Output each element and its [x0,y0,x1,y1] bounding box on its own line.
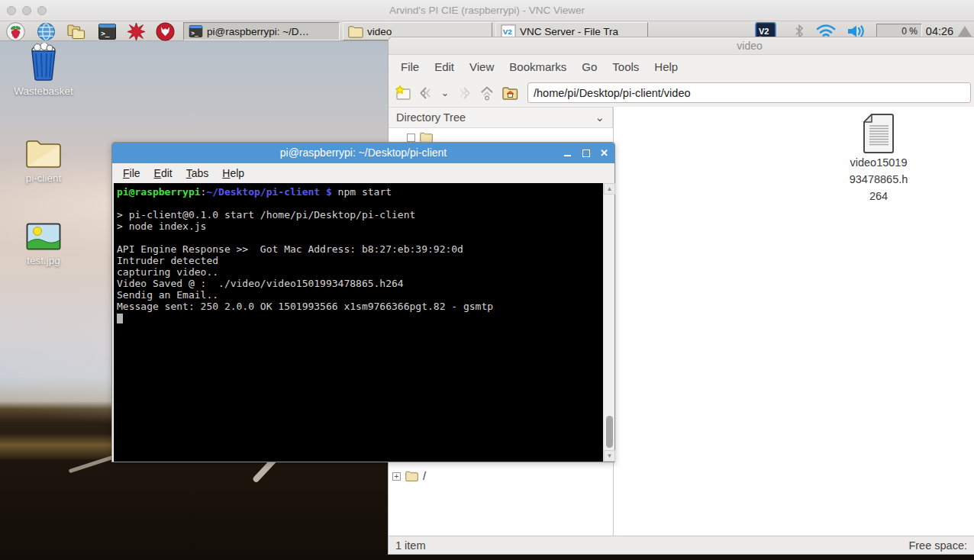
wastebasket-icon [26,43,61,81]
side-pane-header-label: Directory Tree [396,111,466,124]
prompt-command: npm start [338,186,392,198]
terminal-line: Message sent: 250 2.0.0 OK 1501993566 x1… [117,301,601,312]
menu-help[interactable]: Help [215,167,251,179]
terminal-menubar: File Edit Tabs Help [112,163,614,183]
menu-file[interactable]: File [393,60,427,73]
terminal-line: API Engine Response >> Got Mac Address: … [117,243,601,255]
forward-icon [454,83,474,103]
svg-text:V2: V2 [759,27,769,36]
menu-bookmarks[interactable]: Bookmarks [502,60,574,73]
terminal-line: Sendig an Email.. [117,289,601,301]
menu-tabs[interactable]: Tabs [179,167,216,179]
image-icon [26,223,61,250]
terminal-line [117,232,601,243]
macos-titlebar: Arvind's PI CIE (raspberrypi) - VNC View… [0,0,974,21]
file-manager-menubar: File Edit View Bookmarks Go Tools Help [389,55,974,79]
terminal-line: > pi-client@0.1.0 start /home/pi/Desktop… [117,209,601,220]
file-name-line: 264 [840,188,917,204]
task-label: pi@raspberrypi: ~/D… [207,26,309,37]
maximize-icon[interactable] [582,149,590,157]
task-label: VNC Server - File Tra [520,26,618,37]
prompt-dollar: $ [320,186,337,198]
terminal-screen[interactable]: pi@raspberrypi:~/Desktop/pi-client $ npm… [114,183,603,462]
web-browser-icon[interactable] [34,22,58,40]
file-manager-titlebar[interactable]: video [389,37,974,55]
tree-item-label: / [423,470,426,482]
terminal-line: > node index.js [117,220,601,232]
svg-text:>_: >_ [101,28,110,37]
file-manager-icon[interactable] [64,22,89,40]
close-icon[interactable]: ✕ [600,149,608,157]
file-manager-title: video [737,37,762,55]
free-space-label: Free space: [908,539,967,552]
wolfram-icon[interactable] [153,22,177,40]
terminal-launcher-icon[interactable]: >_ [95,22,119,40]
side-pane-mode-select[interactable]: Directory Tree ⌄ [389,107,613,128]
home-icon[interactable] [500,83,520,103]
clock-label: 04:26 [926,25,953,37]
scroll-down-icon[interactable]: ▼ [604,450,615,462]
menu-edit[interactable]: Edit [427,60,462,73]
file-name-line: 93478865.h [840,171,917,188]
item-count: 1 item [395,539,426,552]
terminal-window: pi@raspberrypi: ~/Desktop/pi-client ✕ Fi… [111,142,615,462]
terminal-scrollbar[interactable]: ▲ ▼ [603,183,614,462]
file-list-pane: video15019 93478865.h 264 [614,107,974,536]
mathematica-icon[interactable] [124,22,148,40]
tree-item-root[interactable]: + / [392,470,426,482]
scroll-up-icon[interactable]: ▲ [604,183,615,195]
terminal-line: capturing video.. [117,266,601,278]
desktop-icon-label: test.jpg [0,255,87,266]
folder-icon [405,471,418,481]
file-item-video[interactable]: video15019 93478865.h 264 [840,113,917,204]
folder-icon [420,132,433,143]
terminal-line: Intruder detected [117,255,601,266]
file-manager-statusbar: 1 item Free space: [389,536,974,554]
menu-tools[interactable]: Tools [605,60,647,73]
task-label: video [367,26,392,37]
prompt-user: pi@raspberrypi [117,186,201,198]
menu-file[interactable]: File [116,167,147,179]
terminal-task-icon: >_ [189,24,203,38]
folder-icon [25,139,62,168]
svg-text:V2: V2 [503,27,513,36]
vnc-viewer-title: Arvind's PI CIE (raspberrypi) - VNC View… [0,0,974,21]
desktop-icon-label: pi-client [0,172,87,184]
file-manager-toolbar: ⌄ [389,79,974,107]
back-history-chevron-icon[interactable]: ⌄ [439,87,451,98]
prompt-path: ~/Desktop/pi-client [206,186,320,198]
menu-go[interactable]: Go [574,60,605,73]
tree-expander-icon[interactable]: + [392,472,401,481]
terminal-line: Video Saved @ : ./video/video15019934788… [117,278,601,289]
menu-help[interactable]: Help [647,60,685,73]
terminal-content: pi@raspberrypi:~/Desktop/pi-client $ npm… [112,183,614,462]
cpu-usage-label: 0 % [901,26,918,37]
menu-raspberry-icon[interactable] [3,22,27,40]
scrollbar-thumb[interactable] [606,416,613,448]
chevron-down-icon: ⌄ [595,111,605,124]
vnc-viewer-window: Wastebasket pi-client test.jpg video Fil… [0,0,974,560]
svg-text:>_: >_ [191,30,198,37]
back-icon[interactable] [416,83,436,103]
desktop-icon-test-jpg[interactable]: test.jpg [0,223,87,266]
terminal-titlebar[interactable]: pi@raspberrypi: ~/Desktop/pi-client ✕ [112,143,614,163]
folder-task-icon [348,25,363,38]
tree-expander-icon[interactable] [407,134,415,142]
desktop-icon-wastebasket[interactable]: Wastebasket [0,43,87,97]
terminal-prompt-line: pi@raspberrypi:~/Desktop/pi-client $ npm… [117,186,601,198]
file-name-line: video15019 [840,154,917,171]
up-directory-icon[interactable] [477,83,497,103]
terminal-title: pi@raspberrypi: ~/Desktop/pi-client [112,143,614,163]
taskbar-task-terminal[interactable]: >_ pi@raspberrypi: ~/D… [183,22,340,40]
minimize-icon[interactable] [563,149,572,157]
new-tab-icon[interactable] [393,83,413,103]
desktop-icon-pi-client[interactable]: pi-client [0,139,87,184]
document-icon [863,113,895,154]
desktop-icon-label: Wastebasket [0,85,87,97]
path-input[interactable] [527,82,971,103]
terminal-line [117,198,601,209]
menu-edit[interactable]: Edit [147,167,179,179]
terminal-cursor-line [117,312,601,323]
tree-item-partial[interactable] [407,132,433,143]
menu-view[interactable]: View [462,60,502,73]
